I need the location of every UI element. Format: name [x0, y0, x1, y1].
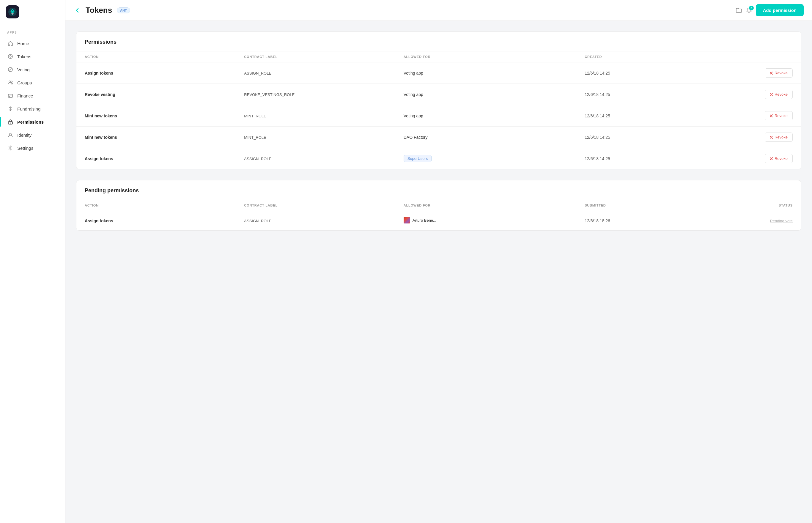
svg-point-5 [11, 81, 13, 83]
revoke-cell: Revoke [736, 148, 801, 169]
created-text: 12/6/18 14:25 [584, 156, 610, 161]
contract-cell: REVOKE_VESTINGS_ROLE [236, 84, 395, 105]
sidebar-item-label: Identity [17, 132, 32, 138]
permissions-section-title: Permissions [76, 32, 801, 51]
back-button[interactable] [74, 7, 81, 14]
sidebar-item-finance[interactable]: Finance [4, 89, 61, 102]
revoke-cell: Revoke [736, 84, 801, 105]
notification-button[interactable]: 2 [746, 7, 752, 14]
sidebar-item-label: Voting [17, 67, 30, 72]
sidebar-item-label: Tokens [17, 54, 32, 59]
sidebar-item-label: Finance [17, 93, 33, 98]
pending-table: ACTION CONTRACT LABEL ALLOWED FOR SUBMIT… [76, 200, 801, 230]
svg-point-4 [9, 81, 11, 83]
sidebar-item-groups[interactable]: Groups [4, 76, 61, 89]
x-icon [770, 136, 773, 139]
action-text: Revoke vesting [85, 92, 115, 97]
created-cell: 12/6/18 14:25 [576, 148, 736, 169]
topbar: Tokens ANT 2 Add permission [66, 0, 812, 21]
settings-icon [8, 145, 13, 151]
revoke-button[interactable]: Revoke [765, 90, 793, 99]
revoke-button[interactable]: Revoke [765, 111, 793, 120]
created-text: 12/6/18 14:25 [584, 135, 610, 140]
table-row: Revoke vesting REVOKE_VESTINGS_ROLE Voti… [76, 84, 801, 105]
page-title: Tokens [86, 6, 112, 15]
x-icon [770, 157, 773, 160]
contract-cell: ASSIGN_ROLE [236, 148, 395, 169]
created-cell: 12/6/18 14:25 [576, 105, 736, 127]
app-logo-icon [6, 5, 19, 18]
sidebar-item-tokens[interactable]: Tokens [4, 50, 61, 63]
allowed-cell: Arturo Bene... [395, 211, 577, 231]
sidebar-item-label: Home [17, 41, 29, 46]
action-text: Mint new tokens [85, 135, 117, 140]
col-header-action: ACTION [76, 51, 236, 62]
sidebar-item-label: Fundraising [17, 106, 40, 111]
col-header-submitted: SUBMITTED [576, 200, 736, 211]
sidebar-item-permissions[interactable]: Permissions [4, 115, 61, 128]
sidebar-item-settings[interactable]: Settings [4, 142, 61, 154]
contract-text: MINT_ROLE [244, 135, 266, 140]
submitted-cell: 12/6/18 18:26 [576, 211, 736, 231]
svg-point-1 [11, 11, 14, 13]
x-icon [770, 72, 773, 75]
contract-cell: ASSIGN_ROLE [236, 62, 395, 84]
folder-button[interactable] [736, 7, 742, 14]
created-cell: 12/6/18 14:25 [576, 84, 736, 105]
table-row: Mint new tokens MINT_ROLE DAO Factory 12… [76, 127, 801, 148]
pending-table-header: ACTION CONTRACT LABEL ALLOWED FOR SUBMIT… [76, 200, 801, 211]
revoke-button[interactable]: Revoke [765, 154, 793, 163]
action-cell: Assign tokens [76, 62, 236, 84]
allowed-cell: Voting app [395, 62, 577, 84]
revoke-button[interactable]: Revoke [765, 68, 793, 77]
permissions-table: ACTION CONTRACT LABEL ALLOWED FOR CREATE… [76, 51, 801, 169]
action-text: Assign tokens [85, 71, 113, 75]
sidebar-item-identity[interactable]: Identity [4, 129, 61, 141]
created-cell: 12/6/18 14:25 [576, 127, 736, 148]
allowed-cell: DAO Factory [395, 127, 577, 148]
sidebar-item-voting[interactable]: Voting [4, 63, 61, 76]
allowed-for-text: Voting app [403, 71, 423, 75]
col-header-created: CREATED [576, 51, 736, 62]
contract-cell: MINT_ROLE [236, 105, 395, 127]
revoke-button[interactable]: Revoke [765, 132, 793, 142]
status-cell: Pending vote [736, 211, 801, 231]
contract-text: ASSIGN_ROLE [244, 71, 271, 75]
col-header-allowed: ALLOWED FOR [395, 200, 577, 211]
action-text: Assign tokens [85, 218, 113, 223]
pending-vote-link[interactable]: Pending vote [770, 219, 793, 223]
x-icon [770, 114, 773, 118]
action-cell: Mint new tokens [76, 127, 236, 148]
contract-text: MINT_ROLE [244, 114, 266, 118]
revoke-cell: Revoke [736, 105, 801, 127]
arturo-badge: Arturo Bene... [403, 217, 436, 223]
sidebar-item-home[interactable]: Home [4, 37, 61, 50]
contract-cell: MINT_ROLE [236, 127, 395, 148]
content-area: Permissions ACTION CONTRACT LABEL ALLOWE… [66, 21, 812, 523]
contract-cell: ASSIGN_ROLE [236, 211, 395, 231]
notification-count: 2 [749, 6, 754, 11]
col-header-action: ACTION [76, 200, 236, 211]
sidebar-item-fundraising[interactable]: Fundraising [4, 103, 61, 115]
svg-point-2 [8, 54, 13, 58]
allowed-for-text: Voting app [403, 113, 423, 118]
sidebar: APPS Home Tokens Voting G [0, 0, 66, 523]
topbar-right: 2 Add permission [736, 4, 804, 16]
submitted-text: 12/6/18 18:26 [584, 218, 610, 223]
add-permission-button[interactable]: Add permission [756, 4, 804, 16]
action-text: Mint new tokens [85, 113, 117, 118]
sidebar-item-label: Permissions [17, 120, 44, 125]
col-header-allowed: ALLOWED FOR [395, 51, 577, 62]
tokens-icon [8, 54, 13, 59]
col-header-status: STATUS [736, 200, 801, 211]
permissions-section: Permissions ACTION CONTRACT LABEL ALLOWE… [76, 32, 801, 169]
allowed-for-text: Voting app [403, 92, 423, 97]
created-text: 12/6/18 14:25 [584, 71, 610, 75]
action-text: Assign tokens [85, 156, 113, 161]
allowed-cell: Voting app [395, 84, 577, 105]
permissions-table-header: ACTION CONTRACT LABEL ALLOWED FOR CREATE… [76, 51, 801, 62]
sidebar-item-label: Settings [17, 146, 33, 151]
allowed-cell: SuperUsers [395, 148, 577, 169]
sidebar-item-label: Groups [17, 80, 32, 85]
svg-point-11 [10, 147, 11, 149]
